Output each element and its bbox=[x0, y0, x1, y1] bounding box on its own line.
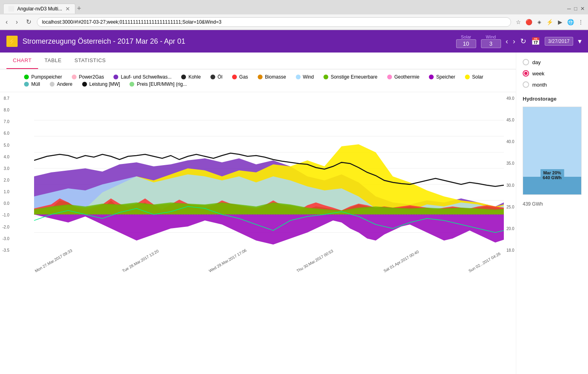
legend-item[interactable]: Speicher bbox=[429, 74, 455, 80]
legend-dot bbox=[429, 75, 434, 79]
legend-label: Gas bbox=[239, 74, 248, 80]
app-title: Stromerzeugung Österreich - 2017 Mar 26 … bbox=[22, 37, 456, 46]
x-axis-labels: Mon 27.Mar.2017 09:33 Tue 28.Mar.2017 13… bbox=[34, 265, 504, 274]
extension-icon-4[interactable]: ▶ bbox=[556, 18, 564, 26]
wind-input[interactable] bbox=[481, 39, 501, 48]
address-input[interactable] bbox=[37, 17, 511, 27]
legend-label: Biomasse bbox=[265, 74, 286, 80]
legend-dot bbox=[296, 75, 301, 79]
legend-dot bbox=[129, 82, 134, 87]
radio-day[interactable] bbox=[523, 59, 529, 65]
header-controls: Solar Wind ‹ › ↻ 📅 3/27/2017 ▾ bbox=[456, 34, 582, 48]
tab-favicon bbox=[8, 6, 14, 12]
hydro-bottom-value: 439 GWh bbox=[523, 201, 582, 207]
legend-item[interactable]: Lauf- und Schwellwas... bbox=[113, 74, 172, 80]
app-logo: ⚡ bbox=[6, 36, 18, 47]
calendar-button[interactable]: 📅 bbox=[531, 37, 540, 46]
legend-label: Sonstige Erneuerbare bbox=[331, 74, 378, 80]
legend-item[interactable]: Kohle bbox=[181, 74, 201, 80]
dropdown-button[interactable]: ▾ bbox=[578, 37, 582, 46]
legend-item[interactable]: Biomasse bbox=[258, 74, 286, 80]
legend-item[interactable]: Leistung [MW] bbox=[82, 81, 120, 87]
legend-item[interactable]: Power2Gas bbox=[72, 74, 104, 80]
legend-dot bbox=[72, 75, 77, 79]
period-month-label: month bbox=[532, 82, 547, 88]
radio-month[interactable] bbox=[523, 81, 529, 88]
tab-table[interactable]: TABLE bbox=[38, 53, 68, 69]
extension-icon-1[interactable]: 🔴 bbox=[525, 18, 533, 26]
legend-dot bbox=[50, 82, 55, 87]
legend-dot bbox=[82, 82, 87, 87]
legend-label: Speicher bbox=[436, 74, 455, 80]
right-sidebar: day week month Hydrostorage Mar 20% 640 … bbox=[516, 53, 588, 374]
period-week-label: week bbox=[532, 71, 544, 77]
legend-dot bbox=[465, 75, 470, 79]
new-tab-button[interactable]: + bbox=[77, 4, 81, 13]
legend-item[interactable]: Preis [EUR/MWh] (rig... bbox=[129, 81, 187, 87]
legend-item[interactable]: Öl bbox=[210, 74, 222, 80]
app-header: ⚡ Stromerzeugung Österreich - 2017 Mar 2… bbox=[0, 30, 588, 53]
main-chart-svg bbox=[34, 96, 504, 265]
legend-item[interactable]: Geothermie bbox=[387, 74, 420, 80]
main-panel: CHART TABLE STATISTICS PumpspeicherPower… bbox=[0, 53, 516, 374]
solar-label: Solar bbox=[461, 34, 471, 39]
period-day-label: day bbox=[532, 59, 541, 65]
legend-dot bbox=[387, 75, 392, 79]
nav-prev-button[interactable]: ‹ bbox=[506, 37, 508, 46]
tab-close-button[interactable]: ✕ bbox=[65, 6, 70, 12]
window-minimize-icon[interactable]: ─ bbox=[567, 6, 571, 12]
radio-week[interactable] bbox=[523, 70, 529, 77]
tab-title: Angular-nvD3 Multi... bbox=[17, 6, 62, 12]
legend-label: Leistung [MW] bbox=[89, 81, 120, 87]
extension-icon-5[interactable]: 🌐 bbox=[566, 18, 574, 26]
legend-item[interactable]: Solar bbox=[465, 74, 483, 80]
menu-icon[interactable]: ⋮ bbox=[577, 18, 585, 26]
legend-item[interactable]: Müll bbox=[24, 81, 40, 87]
legend-label: Power2Gas bbox=[79, 74, 104, 80]
legend-dot bbox=[258, 75, 263, 79]
extension-icon-3[interactable]: ⚡ bbox=[546, 18, 554, 26]
back-button[interactable]: ‹ bbox=[3, 18, 10, 26]
bookmark-icon[interactable]: ☆ bbox=[514, 18, 522, 26]
legend-label: Lauf- und Schwellwas... bbox=[121, 74, 172, 80]
content-area: CHART TABLE STATISTICS PumpspeicherPower… bbox=[0, 53, 588, 374]
legend-item[interactable]: Wind bbox=[296, 74, 314, 80]
window-close-icon[interactable]: ✕ bbox=[580, 6, 585, 12]
tab-chart[interactable]: CHART bbox=[6, 53, 38, 69]
legend-item[interactable]: Gas bbox=[232, 74, 248, 80]
refresh-data-button[interactable]: ↻ bbox=[520, 37, 526, 46]
nav-next-button[interactable]: › bbox=[513, 37, 515, 46]
browser-tab[interactable]: Angular-nvD3 Multi... ✕ bbox=[3, 4, 75, 14]
legend-dot bbox=[113, 75, 118, 79]
legend-dot bbox=[323, 75, 328, 79]
forward-button[interactable]: › bbox=[13, 18, 20, 26]
legend-label: Solar bbox=[472, 74, 483, 80]
y-axis-right: 49.0 45.0 40.0 35.0 30.0 25.0 20.0 18.0 bbox=[507, 96, 514, 253]
refresh-button[interactable]: ↻ bbox=[24, 17, 34, 26]
legend-dot bbox=[181, 75, 186, 79]
browser-chrome: Angular-nvD3 Multi... ✕ + ─ □ ✕ ‹ › ↻ ☆ … bbox=[0, 0, 588, 30]
window-maximize-icon[interactable]: □ bbox=[574, 6, 577, 12]
chart-area: 8.7 8.0 7.0 6.0 5.0 4.0 3.0 2.0 1.0 0.0 … bbox=[0, 92, 516, 374]
browser-icons: ☆ 🔴 ◈ ⚡ ▶ 🌐 ⋮ bbox=[514, 18, 585, 26]
legend-label: Öl bbox=[218, 74, 222, 80]
period-day[interactable]: day bbox=[523, 59, 582, 65]
hydrostorage-chart: Mar 20% 640 GWh bbox=[523, 107, 582, 195]
period-month[interactable]: month bbox=[523, 81, 582, 88]
legend-item[interactable]: Andere bbox=[50, 81, 73, 87]
tab-statistics[interactable]: STATISTICS bbox=[68, 53, 112, 69]
radio-week-fill bbox=[524, 72, 527, 75]
wind-label: Wind bbox=[486, 34, 496, 39]
tab-bar: Angular-nvD3 Multi... ✕ + ─ □ ✕ bbox=[0, 0, 588, 14]
legend-label: Pumpspeicher bbox=[31, 74, 62, 80]
legend-item[interactable]: Sonstige Erneuerbare bbox=[323, 74, 378, 80]
legend-dot bbox=[210, 75, 215, 79]
extension-icon-2[interactable]: ◈ bbox=[535, 18, 543, 26]
tabs-bar: CHART TABLE STATISTICS bbox=[0, 53, 516, 69]
legend-dot bbox=[24, 82, 29, 87]
legend-label: Wind bbox=[303, 74, 314, 80]
solar-input[interactable] bbox=[456, 39, 476, 48]
period-week[interactable]: week bbox=[523, 70, 582, 77]
legend-item[interactable]: Pumpspeicher bbox=[24, 74, 62, 80]
hydrostorage-title: Hydrostorage bbox=[523, 96, 582, 102]
